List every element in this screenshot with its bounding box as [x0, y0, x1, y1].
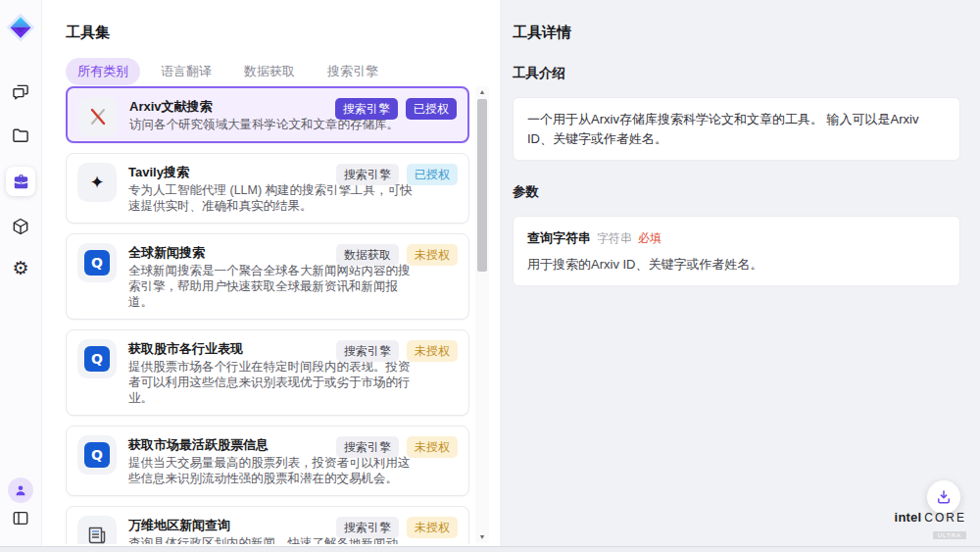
tool-card[interactable]: Arxiv文献搜索 访问各个研究领域大量科学论文和文章的存储库。 搜索引擎 已授… — [66, 86, 469, 143]
scrollbar-down-arrow-icon[interactable]: ▼ — [475, 531, 489, 543]
scrollbar-up-arrow-icon[interactable]: ▲ — [475, 86, 489, 98]
juhe-logo-icon: Q — [77, 339, 117, 378]
sidebar-item-toolset[interactable] — [6, 167, 35, 196]
param-required-badge: 必填 — [638, 231, 662, 245]
folder-icon — [11, 125, 30, 145]
toolbox-icon — [12, 173, 30, 191]
detail-title: 工具详情 — [513, 24, 960, 42]
cube-icon — [11, 217, 30, 236]
arxiv-logo-icon — [78, 97, 118, 136]
param-type: 字符串 — [597, 231, 632, 245]
intel-wordmark: intel — [895, 510, 922, 525]
param-card: 查询字符串字符串必填 用于搜索的Arxiv ID、关键字或作者姓名。 — [513, 216, 960, 286]
auth-status-badge: 已授权 — [406, 98, 457, 120]
tool-badges: 搜索引擎 未授权 — [336, 436, 458, 458]
user-icon — [13, 482, 28, 498]
gear-icon: ⚙︎ — [12, 259, 28, 277]
scrollbar-thumb[interactable] — [477, 99, 487, 272]
category-badge: 搜索引擎 — [336, 164, 399, 185]
ultra-badge: ULTRA — [933, 531, 966, 539]
sidebar-item-collapse-sidebar[interactable] — [12, 509, 30, 527]
auth-status-badge: 未授权 — [407, 244, 458, 266]
sidebar-item-chat[interactable] — [11, 82, 30, 102]
category-tab[interactable]: 搜索引擎 — [316, 58, 390, 85]
tool-detail-panel: 工具详情 工具介绍 一个用于从Arxiv存储库搜索科学论文和文章的工具。 输入可… — [500, 0, 980, 552]
tool-badges: 数据获取 未授权 — [336, 244, 458, 266]
category-tab[interactable]: 语言翻译 — [149, 58, 223, 85]
category-badge: 数据获取 — [336, 244, 399, 266]
intro-card: 一个用于从Arxiv存储库搜索科学论文和文章的工具。 输入可以是Arxiv ID… — [513, 97, 960, 161]
category-tabs: 所有类别语言翻译数据获取搜索引擎 — [66, 58, 390, 85]
tool-description: 提供股票市场各个行业在特定时间段内的表现。投资者可以利用这些信息来识别表现优于或… — [128, 359, 418, 406]
toolset-panel: 工具集 所有类别语言翻译数据获取搜索引擎 Arxiv文献搜索 访问各个研究领域大… — [43, 0, 500, 552]
category-badge: 搜索引擎 — [335, 98, 398, 120]
params-container: 查询字符串字符串必填 用于搜索的Arxiv ID、关键字或作者姓名。 — [513, 216, 960, 286]
tool-card[interactable]: Q 获取股市各行业表现 提供股票市场各个行业在特定时间段内的表现。投资者可以利用… — [66, 329, 469, 416]
category-badge: 搜索引擎 — [336, 340, 399, 362]
tool-badges: 搜索引擎 已授权 — [336, 164, 458, 185]
tool-badges: 搜索引擎 未授权 — [336, 517, 458, 538]
tool-card[interactable]: 万维地区新闻查询 查询具体行政区划内的新闻，快速了解各地新闻动 搜索引擎 未授权 — [66, 506, 469, 544]
tool-list: Arxiv文献搜索 访问各个研究领域大量科学论文和文章的存储库。 搜索引擎 已授… — [66, 86, 469, 544]
app-logo-icon — [5, 12, 36, 43]
core-wordmark: CORE — [924, 511, 966, 525]
juhe-logo-icon: Q — [77, 243, 117, 282]
auth-status-badge: 未授权 — [407, 340, 458, 362]
tool-badges: 搜索引擎 已授权 — [335, 98, 457, 120]
tool-card[interactable]: ✦ Tavily搜索 专为人工智能代理 (LLM) 构建的搜索引擎工具，可快速提… — [66, 153, 469, 224]
tavily-star-icon: ✦ — [77, 163, 117, 202]
auth-status-badge: 已授权 — [407, 164, 458, 185]
intel-core-logo: intelCORE ULTRA — [895, 509, 966, 540]
newspaper-icon — [77, 516, 117, 544]
sidebar-item-files[interactable] — [11, 125, 30, 145]
params-heading: 参数 — [513, 183, 960, 201]
auth-status-badge: 未授权 — [407, 517, 458, 538]
auth-status-badge: 未授权 — [407, 436, 458, 458]
category-tab[interactable]: 所有类别 — [66, 58, 140, 85]
tool-badges: 搜索引擎 未授权 — [336, 340, 458, 362]
sidebar-item-models[interactable] — [11, 217, 30, 236]
list-scrollbar[interactable]: ▲ ▼ — [475, 86, 489, 543]
tool-description: 全球新闻搜索是一个聚合全球各大新闻网站内容的搜索引擎，帮助用户快速获取全球最新资… — [128, 263, 418, 310]
intro-text: 一个用于从Arxiv存储库搜索科学论文和文章的工具。 输入可以是Arxiv ID… — [527, 110, 946, 148]
toolset-title: 工具集 — [66, 24, 110, 42]
category-badge: 搜索引擎 — [336, 436, 399, 458]
chat-icon — [11, 82, 30, 102]
sidebar-item-settings[interactable]: ⚙︎ — [12, 259, 28, 277]
panel-icon — [12, 509, 30, 527]
tool-card[interactable]: Q 全球新闻搜索 全球新闻搜索是一个聚合全球各大新闻网站内容的搜索引擎，帮助用户… — [66, 233, 469, 320]
tool-description: 提供当天交易量最高的股票列表，投资者可以利用这些信息来识别流动性强的股票和潜在的… — [128, 455, 418, 486]
param-name: 查询字符串 — [527, 230, 591, 245]
param-description: 用于搜索的Arxiv ID、关键字或作者姓名。 — [527, 256, 946, 274]
app-logo[interactable] — [5, 12, 36, 43]
juhe-logo-icon: Q — [77, 435, 117, 475]
sidebar-item-account[interactable] — [8, 477, 33, 503]
category-tab[interactable]: 数据获取 — [232, 58, 307, 85]
window-bottom-edge — [0, 546, 980, 552]
sidebar: ⚙︎ — [0, 0, 42, 552]
tool-card[interactable]: Q 获取市场最活跃股票信息 提供当天交易量最高的股票列表，投资者可以利用这些信息… — [66, 426, 469, 496]
category-badge: 搜索引擎 — [336, 517, 399, 538]
tool-description: 专为人工智能代理 (LLM) 构建的搜索引擎工具，可快速提供实时、准确和真实的结… — [128, 182, 418, 214]
download-icon — [935, 488, 953, 506]
intro-heading: 工具介绍 — [513, 65, 960, 82]
